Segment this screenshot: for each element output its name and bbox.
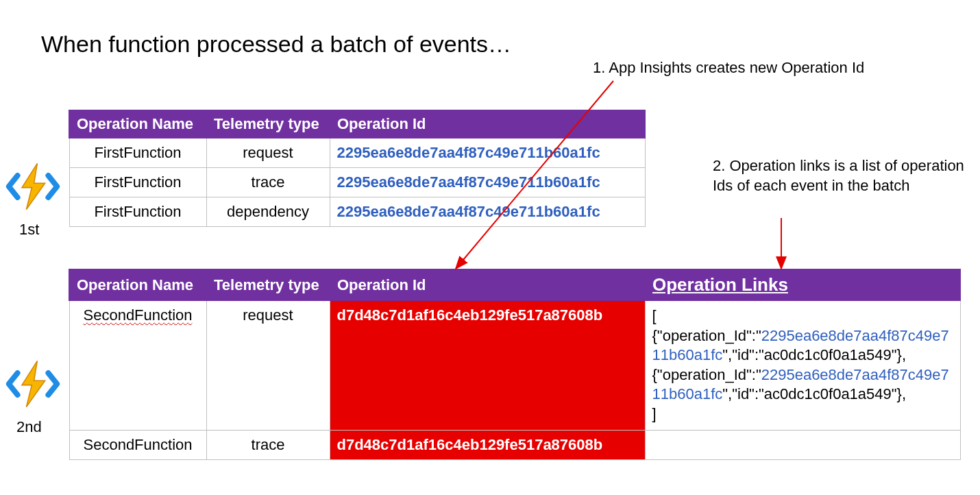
table-row: FirstFunction trace 2295ea6e8de7aa4f87c4…	[69, 168, 645, 197]
first-label: 1st	[19, 221, 39, 239]
cell-operation-links: [ {"operation_Id":"2295ea6e8de7aa4f87c49…	[645, 300, 960, 430]
cell-telemetry-type: request	[206, 300, 330, 430]
col-operation-name: Operation Name	[69, 110, 206, 138]
cell-operation-name: FirstFunction	[69, 197, 206, 227]
cell-operation-name: SecondFunction	[69, 300, 206, 430]
cell-operation-id: d7d48c7d1af16c4eb129fe517a87608b	[330, 300, 645, 430]
cell-operation-id: d7d48c7d1af16c4eb129fe517a87608b	[330, 430, 645, 459]
squiggly-text: SecondFunction	[84, 306, 193, 324]
second-function-table: Operation Name Telemetry type Operation …	[69, 269, 961, 460]
svg-marker-0	[22, 163, 45, 209]
cell-operation-links	[645, 430, 960, 459]
cell-telemetry-type: dependency	[206, 197, 330, 227]
op-links-text: ]	[652, 405, 657, 422]
page-title: When function processed a batch of event…	[41, 31, 511, 58]
table-row: FirstFunction dependency 2295ea6e8de7aa4…	[69, 197, 645, 227]
cell-telemetry-type: request	[206, 138, 330, 168]
cell-operation-name: FirstFunction	[69, 168, 206, 197]
annotation-2: 2. Operation links is a list of operatio…	[713, 156, 966, 195]
cell-telemetry-type: trace	[206, 430, 330, 459]
col-operation-id: Operation Id	[330, 110, 645, 138]
op-links-text: {"operation_Id":"	[652, 327, 761, 344]
col-operation-links: Operation Links	[645, 269, 960, 300]
op-links-text: ","id":"ac0dc1c0f0a1a549"},	[722, 346, 906, 363]
table-row: SecondFunction request d7d48c7d1af16c4eb…	[69, 300, 960, 430]
cell-operation-name: FirstFunction	[69, 138, 206, 168]
cell-operation-id: 2295ea6e8de7aa4f87c49e711b60a1fc	[330, 138, 645, 168]
table-row: SecondFunction trace d7d48c7d1af16c4eb12…	[69, 430, 960, 459]
azure-function-icon	[5, 159, 60, 214]
annotation-1: 1. App Insights creates new Operation Id	[593, 58, 949, 78]
op-links-text: [	[652, 307, 657, 324]
op-links-text: {"operation_Id":"	[652, 366, 761, 383]
col-operation-name: Operation Name	[69, 269, 206, 300]
azure-function-icon	[5, 357, 60, 411]
svg-marker-1	[22, 361, 45, 407]
col-operation-id: Operation Id	[330, 269, 645, 300]
op-links-text: ","id":"ac0dc1c0f0a1a549"},	[722, 385, 906, 402]
first-function-table: Operation Name Telemetry type Operation …	[69, 110, 646, 227]
cell-operation-name: SecondFunction	[69, 430, 206, 459]
table-header-row: Operation Name Telemetry type Operation …	[69, 269, 960, 300]
cell-operation-id: 2295ea6e8de7aa4f87c49e711b60a1fc	[330, 168, 645, 197]
table-row: FirstFunction request 2295ea6e8de7aa4f87…	[69, 138, 645, 168]
cell-telemetry-type: trace	[206, 168, 330, 197]
cell-operation-id: 2295ea6e8de7aa4f87c49e711b60a1fc	[330, 197, 645, 227]
col-telemetry-type: Telemetry type	[206, 269, 330, 300]
second-label: 2nd	[16, 418, 42, 436]
table-header-row: Operation Name Telemetry type Operation …	[69, 110, 645, 138]
col-telemetry-type: Telemetry type	[206, 110, 330, 138]
